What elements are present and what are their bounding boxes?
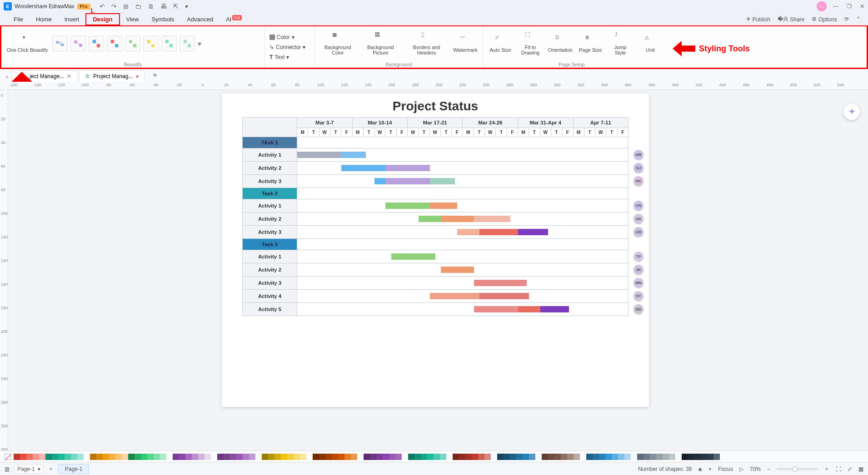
- color-swatch[interactable]: [262, 454, 268, 460]
- presentation-icon[interactable]: ▷: [739, 466, 743, 472]
- watermark-button[interactable]: 〰Watermark: [452, 27, 479, 60]
- background-picture-button[interactable]: 🖼Background Picture: [360, 27, 401, 60]
- color-swatch[interactable]: [20, 454, 26, 460]
- beautify-theme-2[interactable]: [70, 36, 86, 51]
- color-swatch[interactable]: [408, 454, 414, 460]
- color-swatch[interactable]: [650, 454, 656, 460]
- color-swatch[interactable]: [96, 454, 103, 460]
- color-swatch[interactable]: [58, 454, 65, 460]
- text-dropdown[interactable]: TText ▾: [268, 53, 312, 61]
- drawing-page[interactable]: Project Status Mar 3-7Mar 10-14Mar 17-21…: [222, 94, 649, 407]
- color-swatch[interactable]: [14, 454, 20, 460]
- pages-panel-icon[interactable]: ▥: [5, 466, 10, 472]
- color-swatch[interactable]: [586, 454, 593, 460]
- color-swatch[interactable]: [478, 454, 484, 460]
- color-swatch[interactable]: [344, 454, 351, 460]
- color-swatch[interactable]: [656, 454, 663, 460]
- color-swatch[interactable]: [370, 454, 376, 460]
- color-swatch[interactable]: [332, 454, 338, 460]
- color-swatch[interactable]: [644, 454, 650, 460]
- save-icon[interactable]: 🗎: [148, 3, 154, 10]
- beautify-more-icon[interactable]: ▾: [198, 40, 201, 48]
- color-swatch[interactable]: [173, 454, 179, 460]
- color-swatch[interactable]: [268, 454, 274, 460]
- color-swatch[interactable]: [351, 454, 357, 460]
- color-swatch[interactable]: [300, 454, 306, 460]
- export-icon[interactable]: ⇱: [173, 3, 179, 10]
- menu-view[interactable]: View: [120, 14, 145, 25]
- user-avatar[interactable]: [817, 1, 827, 11]
- connector-dropdown[interactable]: ↳Connector ▾: [268, 43, 312, 51]
- undo-icon[interactable]: ↶: [100, 3, 105, 10]
- jump-style-button[interactable]: ⤴Jump Style: [607, 27, 634, 60]
- qat-more-icon[interactable]: ▾: [185, 3, 188, 10]
- color-swatch[interactable]: [338, 454, 344, 460]
- color-swatch[interactable]: [198, 454, 205, 460]
- color-swatch[interactable]: [472, 454, 478, 460]
- color-swatch[interactable]: [713, 454, 720, 460]
- color-swatch[interactable]: [325, 454, 332, 460]
- print-icon[interactable]: 🖶: [160, 3, 167, 10]
- menu-advanced[interactable]: Advanced: [180, 14, 219, 25]
- color-swatch[interactable]: [663, 454, 669, 460]
- color-swatch[interactable]: [459, 454, 465, 460]
- open-icon[interactable]: 🗀: [135, 3, 141, 10]
- color-swatch[interactable]: [313, 454, 319, 460]
- color-swatch[interactable]: [52, 454, 58, 460]
- color-swatch[interactable]: [421, 454, 427, 460]
- zoom-slider[interactable]: [777, 468, 818, 470]
- color-swatch[interactable]: [669, 454, 675, 460]
- color-swatch[interactable]: [179, 454, 185, 460]
- color-swatch[interactable]: [230, 454, 236, 460]
- color-swatch[interactable]: [548, 454, 554, 460]
- orientation-button[interactable]: 🗋Orientation: [547, 27, 574, 60]
- add-page-button[interactable]: ＋: [48, 465, 54, 473]
- menu-design[interactable]: Design1.: [85, 13, 120, 25]
- doc-tab-1[interactable]: 🗎Project Manag...●: [79, 70, 145, 82]
- color-swatch[interactable]: [453, 454, 459, 460]
- color-swatch[interactable]: [389, 454, 395, 460]
- fit-to-drawing-button[interactable]: ⛶Fit to Drawing: [517, 27, 544, 60]
- color-swatch[interactable]: [205, 454, 211, 460]
- options-button[interactable]: ⚙ Options: [812, 16, 837, 23]
- color-swatch[interactable]: [497, 454, 504, 460]
- fit-page-icon[interactable]: ⛶: [836, 466, 841, 472]
- color-swatch[interactable]: [637, 454, 644, 460]
- color-swatch[interactable]: [605, 454, 612, 460]
- color-swatch[interactable]: [682, 454, 688, 460]
- color-swatch[interactable]: [688, 454, 694, 460]
- color-swatch[interactable]: [128, 454, 135, 460]
- page-tab[interactable]: Page-1: [58, 464, 90, 474]
- minimize-icon[interactable]: —: [833, 3, 838, 10]
- color-swatch[interactable]: [319, 454, 325, 460]
- share-button[interactable]: �共 Share: [778, 15, 804, 23]
- color-swatch[interactable]: [160, 454, 166, 460]
- color-swatch[interactable]: [274, 454, 281, 460]
- color-swatch[interactable]: [484, 454, 491, 460]
- color-dropdown[interactable]: Color ▾: [268, 33, 312, 41]
- layers-icon[interactable]: ◈: [698, 466, 702, 472]
- unit-button[interactable]: △Unit: [637, 27, 664, 60]
- beautify-theme-7[interactable]: [161, 36, 177, 51]
- menu-ai[interactable]: AIhot: [219, 14, 248, 25]
- color-swatch[interactable]: [542, 454, 548, 460]
- color-swatch[interactable]: [90, 454, 96, 460]
- color-swatch[interactable]: [395, 454, 402, 460]
- beautify-theme-4[interactable]: [107, 36, 122, 51]
- beautify-theme-8[interactable]: [180, 36, 195, 51]
- color-swatch[interactable]: [122, 454, 128, 460]
- color-swatch[interactable]: [383, 454, 389, 460]
- color-swatch[interactable]: [529, 454, 535, 460]
- new-icon[interactable]: ⊞: [123, 3, 129, 10]
- color-swatch[interactable]: [249, 454, 255, 460]
- color-swatch[interactable]: [26, 454, 33, 460]
- zoom-out-icon[interactable]: −: [767, 466, 770, 472]
- no-color-swatch[interactable]: [5, 454, 11, 460]
- color-swatch[interactable]: [236, 454, 243, 460]
- color-swatch[interactable]: [707, 454, 713, 460]
- canvas[interactable]: Project Status Mar 3-7Mar 10-14Mar 17-21…: [8, 90, 868, 450]
- color-swatch[interactable]: [593, 454, 599, 460]
- color-swatch[interactable]: [287, 454, 294, 460]
- color-swatch[interactable]: [414, 454, 421, 460]
- color-swatch[interactable]: [599, 454, 605, 460]
